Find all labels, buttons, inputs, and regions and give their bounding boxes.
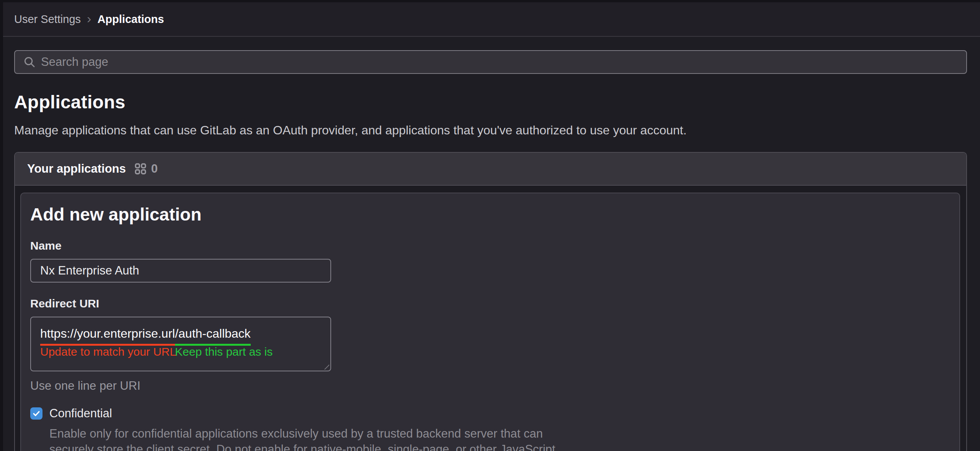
annotation-keep-part: Keep this part as is	[175, 345, 273, 358]
your-applications-panel: Your applications 0 Add new application …	[14, 152, 967, 451]
window-frame-top-edge	[0, 0, 980, 2]
checkmark-icon	[32, 409, 41, 418]
page-description: Manage applications that can use GitLab …	[14, 123, 967, 137]
confidential-checkbox[interactable]	[30, 407, 42, 420]
your-applications-title: Your applications	[27, 162, 126, 176]
search-icon	[23, 56, 36, 68]
chevron-right-icon: ›	[87, 12, 91, 26]
top-navigation-bar: User Settings › Applications	[3, 2, 980, 37]
redirect-uri-textarea[interactable]: https://your.enterprise.url/auth-callbac…	[30, 317, 331, 371]
your-applications-header: Your applications 0	[15, 153, 966, 186]
applications-count-badge: 0	[151, 162, 158, 176]
name-label: Name	[30, 239, 944, 252]
search-input[interactable]	[41, 51, 966, 73]
breadcrumb-user-settings[interactable]: User Settings	[14, 13, 81, 26]
redirect-uri-annotations: Update to match your URL Keep this part …	[40, 345, 330, 358]
add-application-title: Add new application	[30, 204, 944, 225]
page-title: Applications	[14, 92, 967, 113]
your-applications-body: Add new application Name Redirect URI ht…	[15, 186, 966, 451]
add-new-application-card: Add new application Name Redirect URI ht…	[20, 193, 960, 451]
breadcrumb-applications: Applications	[97, 13, 164, 26]
redirect-uri-label: Redirect URI	[30, 297, 944, 310]
redirect-uri-hint: Use one line per URI	[30, 379, 944, 393]
annotation-update-url: Update to match your URL	[40, 345, 175, 358]
search-box[interactable]	[14, 50, 967, 74]
window-frame-left-edge	[0, 0, 3, 451]
main-content: Applications Manage applications that ca…	[14, 37, 967, 451]
confidential-checkbox-row: Confidential	[30, 407, 944, 420]
redirect-url-base: https://your.enterprise.url	[40, 327, 175, 346]
textarea-resize-handle[interactable]	[323, 363, 329, 369]
applications-grid-icon	[134, 163, 147, 175]
confidential-help-text: Enable only for confidential application…	[30, 426, 559, 451]
breadcrumb: User Settings › Applications	[14, 12, 164, 26]
redirect-uri-value: https://your.enterprise.url/auth-callbac…	[40, 327, 330, 341]
application-name-input[interactable]	[30, 259, 331, 283]
redirect-url-path: /auth-callback	[175, 327, 250, 346]
confidential-label[interactable]: Confidential	[49, 407, 112, 420]
